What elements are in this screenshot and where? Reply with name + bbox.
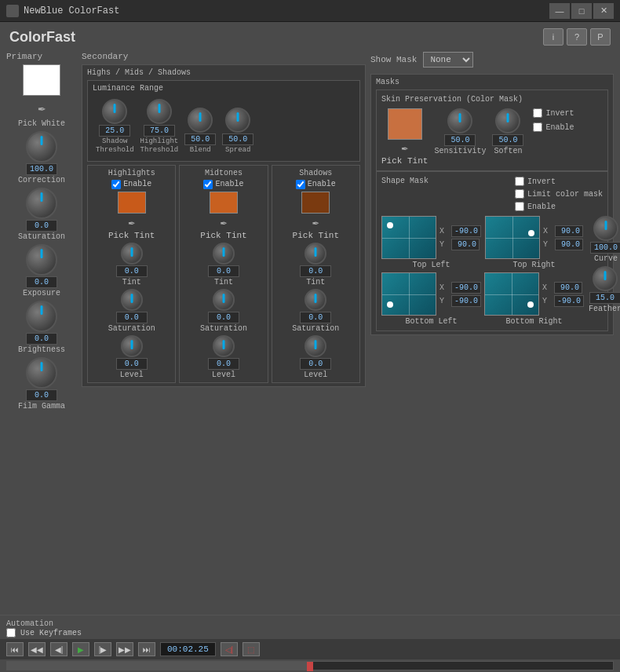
pick-white-button[interactable]: ✒ Pick White [18, 99, 65, 128]
highlights-color-swatch[interactable] [118, 192, 146, 214]
goto-end-button[interactable]: ⏭ [138, 642, 155, 656]
top-right-y-value[interactable]: 90.0 [555, 239, 583, 250]
progress-thumb[interactable] [307, 662, 313, 671]
bottom-right-label: Bottom Right [506, 317, 563, 326]
info-button[interactable]: i [543, 28, 563, 46]
bottom-right-preview[interactable] [484, 272, 539, 316]
skin-invert-checkbox[interactable] [533, 108, 542, 118]
use-keyframes-checkbox[interactable] [6, 628, 16, 637]
bottom-right-x-value[interactable]: 90.0 [554, 282, 582, 294]
top-right-preview[interactable] [485, 216, 540, 259]
curve-knob[interactable] [593, 216, 618, 241]
highlights-tint-value[interactable]: 0.0 [116, 265, 148, 277]
shape-enable-checkbox[interactable] [515, 202, 524, 211]
feather-value[interactable]: 15.0 [589, 292, 620, 304]
midtones-enable-checkbox[interactable] [203, 180, 213, 189]
shadows-tint-knob[interactable] [305, 243, 326, 265]
maximize-button[interactable]: □ [571, 3, 592, 19]
spread-knob[interactable] [225, 108, 250, 133]
top-left-dot[interactable] [387, 222, 393, 228]
shadows-pick-tint-button[interactable]: ✒ Pick Tint [293, 216, 339, 240]
shadows-enable-checkbox[interactable] [296, 180, 305, 189]
exposure-value[interactable]: 0.0 [26, 276, 57, 288]
highlights-sat-knob[interactable] [121, 289, 143, 311]
top-left-y-value[interactable]: 90.0 [451, 239, 480, 250]
midtones-pick-tint-button[interactable]: ✒ Pick Tint [200, 216, 246, 240]
bottom-left-x-value[interactable]: -90.0 [451, 282, 481, 294]
play-button[interactable]: ▶ [72, 642, 89, 656]
bottom-left-preview[interactable] [381, 272, 436, 316]
top-left-x-value[interactable]: -90.0 [451, 225, 481, 237]
preset-button[interactable]: P [590, 28, 611, 46]
highlights-level-knob[interactable] [121, 335, 143, 357]
rewind-button[interactable]: ◀◀ [28, 642, 46, 656]
skin-pick-tint-button[interactable]: ✒ Pick Tint [381, 141, 428, 166]
shadows-level-value[interactable]: 0.0 [300, 358, 331, 370]
shadows-sat-knob[interactable] [305, 289, 326, 311]
fast-forward-button[interactable]: ▶▶ [116, 642, 133, 656]
highlights-enable-checkbox[interactable] [111, 180, 121, 189]
skin-checkboxes: Invert Enable [533, 108, 574, 132]
film-gamma-knob[interactable] [26, 357, 57, 389]
saturation-value[interactable]: 0.0 [26, 220, 57, 232]
shadow-threshold-value[interactable]: 25.0 [99, 125, 130, 137]
highlights-tint-knob[interactable] [121, 243, 143, 265]
sensitivity-value[interactable]: 50.0 [444, 134, 476, 146]
soften-value[interactable]: 50.0 [492, 134, 523, 146]
midtones-color-swatch[interactable] [210, 192, 238, 214]
white-swatch[interactable] [23, 64, 60, 96]
skin-color-swatch[interactable] [388, 108, 422, 140]
blend-knob[interactable] [188, 108, 213, 133]
midtones-tint-knob[interactable] [213, 243, 235, 265]
sensitivity-knob[interactable] [447, 108, 472, 133]
highlight-threshold-knob[interactable] [147, 99, 172, 124]
step-forward-button[interactable]: |▶ [94, 642, 111, 656]
exposure-knob[interactable] [26, 244, 57, 276]
midtones-sat-knob[interactable] [213, 289, 235, 311]
shape-invert-checkbox[interactable] [515, 177, 524, 186]
shadows-tint-value[interactable]: 0.0 [300, 265, 331, 277]
brightness-knob[interactable] [26, 301, 57, 332]
set-in-button[interactable]: ◁| [221, 642, 238, 656]
close-button[interactable]: ✕ [593, 3, 614, 19]
midtones-tint-value[interactable]: 0.0 [208, 265, 239, 277]
bottom-left-dot[interactable] [387, 301, 393, 308]
correction-knob[interactable] [26, 131, 57, 163]
shadows-color-swatch[interactable] [301, 192, 330, 214]
shadows-sat-value[interactable]: 0.0 [300, 312, 331, 323]
blend-value[interactable]: 50.0 [184, 133, 216, 145]
top-right-x-value[interactable]: 90.0 [555, 225, 583, 237]
midtones-level-knob[interactable] [213, 335, 235, 357]
midtones-level-value[interactable]: 0.0 [208, 358, 239, 370]
skin-enable-checkbox[interactable] [533, 122, 542, 132]
set-out-button[interactable]: ⬚ [243, 642, 260, 656]
highlights-level-value[interactable]: 0.0 [116, 358, 148, 370]
bottom-right-y-value[interactable]: -90.0 [554, 295, 584, 307]
shadows-level-knob[interactable] [305, 335, 326, 357]
help-button[interactable]: ? [567, 28, 587, 46]
bottom-left-y-value[interactable]: -90.0 [451, 295, 481, 307]
minimize-button[interactable]: — [549, 3, 570, 19]
highlights-sat-value[interactable]: 0.0 [116, 312, 148, 323]
correction-value[interactable]: 100.0 [26, 163, 57, 175]
soften-knob[interactable] [495, 108, 520, 133]
step-back-button[interactable]: ◀| [50, 642, 67, 656]
curve-value[interactable]: 100.0 [590, 242, 620, 254]
goto-start-button[interactable]: ⏮ [6, 642, 24, 656]
top-right-dot[interactable] [528, 230, 534, 236]
highlights-pick-tint-button[interactable]: ✒ Pick Tint [108, 216, 155, 240]
spread-value[interactable]: 50.0 [222, 133, 253, 145]
midtones-sat-value[interactable]: 0.0 [208, 312, 239, 323]
soften-label: Soften [494, 147, 522, 155]
shape-limit-color-checkbox[interactable] [515, 189, 524, 199]
show-mask-select[interactable]: None Skin Shape [423, 52, 473, 68]
feather-knob[interactable] [593, 266, 618, 291]
top-left-preview[interactable] [381, 216, 436, 259]
saturation-knob[interactable] [26, 188, 57, 219]
bottom-right-dot[interactable] [527, 301, 534, 308]
brightness-value[interactable]: 0.0 [26, 333, 57, 345]
film-gamma-value[interactable]: 0.0 [26, 389, 57, 401]
progress-bar-container[interactable] [6, 661, 614, 670]
shadow-threshold-knob[interactable] [102, 99, 127, 124]
highlight-threshold-value[interactable]: 75.0 [144, 125, 175, 137]
